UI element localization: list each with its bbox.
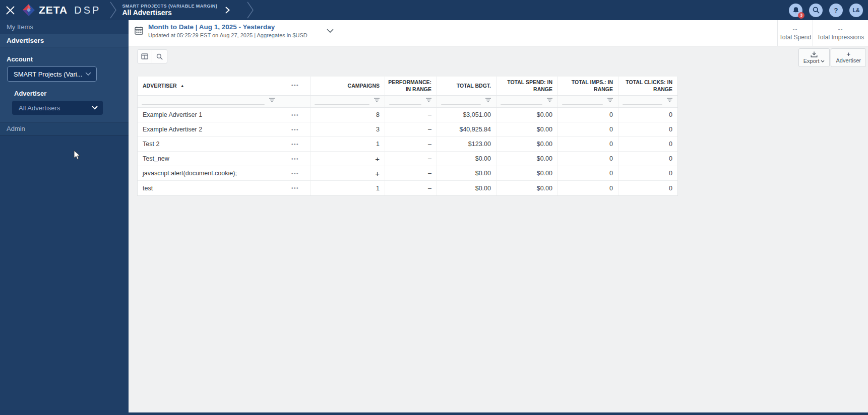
column-label: ADVERTISER: [143, 83, 177, 89]
stat-label: Total Spend: [779, 34, 811, 41]
column-header-advertiser[interactable]: ADVERTISER ▲: [138, 77, 280, 95]
cell-campaigns[interactable]: 1: [311, 181, 385, 195]
filter-input[interactable]: [562, 104, 603, 105]
global-search-button[interactable]: [809, 4, 823, 17]
close-button[interactable]: [0, 0, 20, 20]
filter-cell-total-clicks: [618, 96, 677, 107]
cell-total-spend: $0.00: [497, 152, 558, 166]
filter-icon[interactable]: [374, 98, 380, 102]
cell-campaigns[interactable]: 3: [311, 122, 385, 136]
avatar[interactable]: L&: [849, 4, 863, 17]
row-more-options-button[interactable]: •••: [280, 137, 311, 151]
add-advertiser-button[interactable]: + Advertiser: [831, 48, 866, 67]
brand-logo[interactable]: ZETA DSP: [22, 4, 101, 17]
filter-icon[interactable]: [425, 98, 432, 102]
table-row[interactable]: test ••• 1 – $0.00 $0.00 0 0: [138, 181, 677, 195]
sidebar-item-label: Advertisers: [7, 37, 44, 44]
table-search-button[interactable]: [152, 49, 167, 63]
stat-value: --: [793, 26, 798, 33]
help-button[interactable]: ?: [829, 4, 843, 17]
close-icon: [6, 6, 15, 15]
cell-campaigns[interactable]: 1: [311, 137, 385, 151]
row-more-options-button[interactable]: •••: [280, 152, 311, 166]
sidebar-item-my-items[interactable]: My Items: [0, 20, 129, 34]
cell-campaigns[interactable]: +: [311, 166, 385, 180]
row-more-options-button[interactable]: •••: [280, 181, 311, 195]
cell-advertiser[interactable]: Test 2: [138, 137, 280, 151]
app-window: ZETA DSP SMART PROJECTS (VARIABLE MARGIN…: [0, 0, 868, 415]
cell-total-impressions: 0: [558, 152, 618, 166]
row-more-options-button[interactable]: •••: [280, 166, 311, 180]
filter-icon[interactable]: [485, 98, 491, 102]
cell-total-spend: $0.00: [497, 122, 558, 136]
export-button[interactable]: Export: [798, 48, 830, 67]
table-row[interactable]: Test_new ••• + – $0.00 $0.00 0 0: [138, 152, 677, 166]
filter-input[interactable]: [623, 104, 662, 105]
table-body: Example Advertiser 1 ••• 8 – $3,051.00 $…: [138, 108, 677, 195]
date-updated-text: Updated at 05:25:29 EST on Aug 27, 2025 …: [148, 32, 307, 39]
filter-icon[interactable]: [269, 98, 275, 102]
filter-icon[interactable]: [546, 98, 553, 102]
sidebar-item-label: Admin: [7, 125, 25, 132]
filter-input[interactable]: [441, 104, 481, 105]
advertiser-select[interactable]: All Advertisers: [12, 101, 103, 115]
sidebar-item-admin[interactable]: Admin: [0, 122, 129, 135]
column-header-campaigns[interactable]: CAMPAIGNS: [311, 77, 385, 95]
filter-input[interactable]: [389, 104, 421, 105]
filter-input[interactable]: [142, 104, 265, 105]
calendar-icon: [135, 26, 143, 35]
filter-input[interactable]: [501, 104, 542, 105]
row-more-options-button[interactable]: •••: [280, 122, 311, 136]
table-row[interactable]: Test 2 ••• 1 – $123.00 $0.00 0 0: [138, 137, 677, 152]
cell-advertiser[interactable]: Test_new: [138, 152, 280, 166]
cell-total-impressions: 0: [558, 108, 618, 122]
columns-toggle-button[interactable]: [137, 49, 152, 63]
cell-advertiser[interactable]: javascript:alert(document.cookie);: [138, 166, 280, 180]
cell-advertiser[interactable]: test: [138, 181, 280, 195]
brand-text-zeta: ZETA: [39, 4, 68, 16]
account-select[interactable]: SMART Projects (Vari...: [7, 66, 97, 82]
column-label: TOTAL IMPS.: IN RANGE: [563, 79, 613, 92]
chevron-down-icon: [92, 106, 98, 110]
table-row[interactable]: Example Advertiser 2 ••• 3 – $40,925.84 …: [138, 122, 677, 137]
column-label: TOTAL CLICKS: IN RANGE: [624, 79, 672, 92]
cell-campaigns[interactable]: 8: [311, 108, 385, 122]
cell-performance: –: [385, 108, 437, 122]
avatar-initials: L&: [853, 7, 860, 13]
column-header-performance[interactable]: PERFORMANCE: IN RANGE: [385, 77, 437, 95]
column-header-total-budget[interactable]: TOTAL BDGT.: [437, 77, 497, 95]
filter-icon[interactable]: [607, 98, 613, 102]
table-row[interactable]: Example Advertiser 1 ••• 8 – $3,051.00 $…: [138, 108, 677, 122]
column-header-actions[interactable]: •••: [280, 77, 311, 95]
column-header-total-impressions[interactable]: TOTAL IMPS.: IN RANGE: [558, 77, 618, 95]
download-icon: [811, 51, 818, 57]
advertiser-label: Advertiser: [14, 90, 129, 97]
filter-input[interactable]: [315, 104, 369, 105]
topbar-actions: 3 ? L&: [789, 0, 863, 20]
notifications-button[interactable]: 3: [789, 4, 802, 17]
column-header-total-spend[interactable]: TOTAL SPEND: IN RANGE: [497, 77, 558, 95]
cell-total-budget: $0.00: [437, 166, 497, 180]
stat-total-spend: -- Total Spend: [777, 20, 813, 46]
filter-cell-performance: [385, 96, 437, 107]
cell-performance: –: [385, 181, 437, 195]
filter-icon[interactable]: [666, 98, 673, 102]
breadcrumb-expand-button[interactable]: [225, 7, 230, 14]
column-header-total-clicks[interactable]: TOTAL CLICKS: IN RANGE: [618, 77, 677, 95]
date-range-picker[interactable]: Month to Date | Aug 1, 2025 - Yesterday …: [135, 23, 334, 39]
more-options-icon: •••: [291, 142, 299, 147]
cell-advertiser[interactable]: Example Advertiser 1: [138, 108, 280, 122]
cell-performance: –: [385, 122, 437, 136]
sidebar-item-label: My Items: [7, 23, 33, 31]
date-range-text: Month to Date | Aug 1, 2025 - Yesterday: [148, 23, 307, 32]
cell-campaigns[interactable]: +: [311, 152, 385, 166]
add-advertiser-label: Advertiser: [836, 57, 861, 63]
table-row[interactable]: javascript:alert(document.cookie); ••• +…: [138, 166, 677, 181]
cell-total-clicks: 0: [618, 122, 677, 136]
row-more-options-button[interactable]: •••: [280, 108, 311, 122]
sidebar-item-advertisers[interactable]: Advertisers: [0, 34, 129, 47]
account-label: Account: [7, 55, 129, 63]
cell-total-clicks: 0: [618, 181, 677, 195]
cell-advertiser[interactable]: Example Advertiser 2: [138, 122, 280, 136]
breadcrumb[interactable]: SMART PROJECTS (VARIABLE MARGIN) All Adv…: [122, 4, 217, 17]
